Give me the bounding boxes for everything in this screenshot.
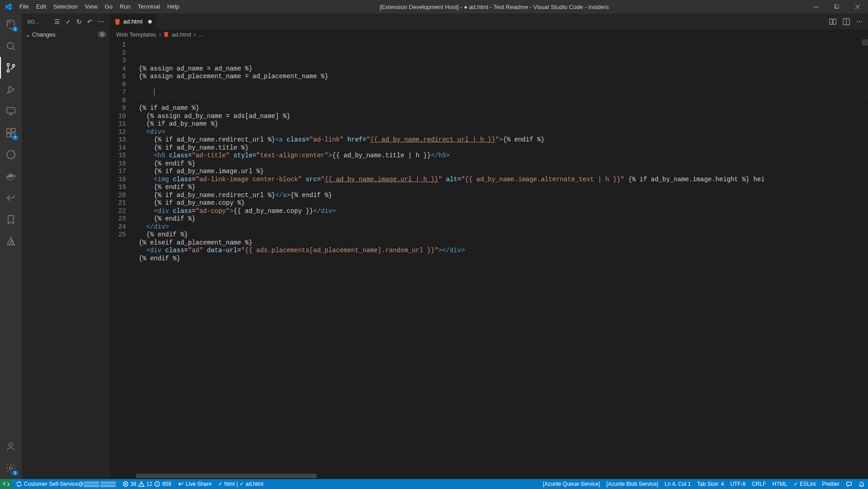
code-line[interactable]: <h5 class="ad-title" style="text-align:c… <box>132 152 868 160</box>
code-line[interactable]: </div> <box>132 223 868 231</box>
code-line[interactable]: <img class="ad-link-image center-block" … <box>132 176 868 184</box>
menu-go[interactable]: Go <box>101 0 116 14</box>
code-line[interactable]: {% if ad_by_name %} <box>132 120 868 128</box>
undo-icon[interactable]: ↶ <box>87 18 93 25</box>
prettier-status[interactable]: Prettier <box>819 479 843 489</box>
bookmarks-tab[interactable] <box>0 209 22 230</box>
refresh-icon[interactable]: ↻ <box>76 18 82 25</box>
menu-help[interactable]: Help <box>163 0 183 14</box>
cursor-position[interactable]: Ln 4, Col 1 <box>662 479 694 489</box>
more-actions-icon[interactable]: ⋯ <box>98 18 104 25</box>
code-line[interactable]: {% if ad_by_name.redirect_url %}</a>{% e… <box>132 192 868 200</box>
compare-changes-icon[interactable] <box>829 18 836 25</box>
run-debug-tab[interactable] <box>0 79 22 100</box>
code-line[interactable]: {% if ad_by_name.redirect_url %}<a class… <box>132 136 868 144</box>
code-line[interactable]: {% endif %} <box>132 160 868 168</box>
minimap-slider[interactable] <box>862 39 868 46</box>
line-number: 14 <box>110 144 126 152</box>
code-line[interactable]: {% endif %} <box>132 231 868 239</box>
live-share-tab[interactable] <box>0 187 22 209</box>
code-line[interactable]: {% if ad_by_name.image.url %} <box>132 168 868 176</box>
code-line[interactable] <box>132 97 868 105</box>
language-mode[interactable]: HTML <box>769 479 790 489</box>
extensions-tab[interactable]: 7 <box>0 122 22 144</box>
code-line[interactable]: {% if ad_by_name.copy %} <box>132 199 868 207</box>
view-as-tree-icon[interactable]: ☰ <box>54 18 60 25</box>
menu-view[interactable]: View <box>81 0 101 14</box>
breadcrumb-symbol[interactable]: ... <box>198 31 203 38</box>
source-control-tab[interactable] <box>0 57 22 79</box>
more-editor-actions-icon[interactable]: ⋯ <box>856 18 863 25</box>
code-line[interactable]: <div class="ad" data-url="{{ ads.placeme… <box>132 247 868 255</box>
language-status[interactable]: ✓ html | ✓ ad.html <box>215 479 266 489</box>
maximize-button[interactable] <box>826 0 847 14</box>
code-line[interactable]: <div class="ad-copy">{{ ad_by_name.copy … <box>132 207 868 216</box>
azurite-blob-status[interactable]: [Azurite Blob Service] <box>603 479 662 489</box>
encoding-status[interactable]: UTF-8 <box>727 479 749 489</box>
code-line[interactable]: {% if ad_by_name.title %} <box>132 144 868 152</box>
code-line[interactable]: {% if ad_name %} <box>132 104 868 113</box>
menu-terminal[interactable]: Terminal <box>134 0 163 14</box>
code-line[interactable] <box>132 89 868 97</box>
close-button[interactable] <box>847 0 868 14</box>
sidebar: SO... ☰ ✓ ↻ ↶ ⋯ ⌄ Changes 0 <box>22 14 110 479</box>
problems-status[interactable]: 38 12 858 <box>119 479 175 489</box>
vscode-logo-icon <box>0 3 16 10</box>
code-line[interactable] <box>132 81 868 89</box>
explorer-tab[interactable]: 1 <box>0 14 22 35</box>
activity-bar: 1 7 <box>0 14 22 479</box>
live-share-status[interactable]: Live Share <box>174 479 215 489</box>
feedback-icon[interactable] <box>843 479 855 489</box>
code-line[interactable]: {% elseif ad_placement_name %} <box>132 239 868 247</box>
svg-rect-8 <box>7 108 15 113</box>
azure-tab[interactable] <box>0 230 22 252</box>
breadcrumb-folder[interactable]: Web Templates <box>116 31 156 38</box>
line-number: 15 <box>110 152 126 160</box>
horizontal-scrollbar[interactable] <box>136 474 317 478</box>
minimize-button[interactable] <box>806 0 826 14</box>
accounts-button[interactable] <box>0 436 22 457</box>
sync-status[interactable]: Customer Self-Service@▒▒▒▒.▒▒▒▒ <box>13 479 119 489</box>
menu-edit[interactable]: Edit <box>33 0 50 14</box>
menu-file[interactable]: File <box>16 0 33 14</box>
code-line[interactable]: {% assign ad_name = ad_name %} <box>132 65 868 73</box>
window-title: [Extension Development Host] - ● ad.html… <box>183 4 806 10</box>
tab-ad-html[interactable]: ad.html <box>110 14 157 29</box>
line-number: 9 <box>110 104 126 113</box>
changes-section[interactable]: ⌄ Changes 0 <box>22 29 110 39</box>
code-line[interactable]: {% endif %} <box>132 183 868 192</box>
menu-run[interactable]: Run <box>116 0 134 14</box>
search-tab[interactable] <box>0 35 22 57</box>
code-content[interactable]: {% assign ad_name = ad_name %}{% assign … <box>132 39 868 479</box>
commit-icon[interactable]: ✓ <box>65 18 71 25</box>
docker-tab[interactable] <box>0 165 22 187</box>
split-editor-icon[interactable] <box>843 18 850 25</box>
remote-explorer-tab[interactable] <box>0 100 22 122</box>
code-line[interactable]: {% assign ad_by_name = ads[ad_name] %} <box>132 113 868 121</box>
line-number: 5 <box>110 73 126 81</box>
code-editor[interactable]: 1234567891011121314151617181920212223242… <box>110 39 868 479</box>
chevron-right-icon: › <box>159 31 161 38</box>
power-platform-tab[interactable] <box>0 144 22 165</box>
line-number: 11 <box>110 120 126 128</box>
code-line[interactable]: {% endif %} <box>132 215 868 223</box>
svg-rect-9 <box>7 129 10 132</box>
code-line[interactable]: {% endif %} <box>132 255 868 263</box>
code-line[interactable]: {% assign ad_placement_name = ad_placeme… <box>132 73 868 81</box>
azurite-queue-status[interactable]: [Azurite Queue Service] <box>540 479 603 489</box>
menu-selection[interactable]: Selection <box>50 0 81 14</box>
eol-status[interactable]: CRLF <box>749 479 769 489</box>
remote-indicator[interactable] <box>0 479 13 489</box>
line-number: 23 <box>110 215 126 223</box>
eslint-status[interactable]: ✓ ESLint <box>790 479 819 489</box>
notifications-icon[interactable] <box>855 479 868 489</box>
settings-button[interactable]: 1 <box>0 457 22 479</box>
breadcrumbs[interactable]: Web Templates › ad.html › ... <box>110 29 868 39</box>
code-line[interactable]: <div> <box>132 128 868 136</box>
indentation-status[interactable]: Tab Size: 4 <box>694 479 727 489</box>
svg-point-15 <box>9 467 12 470</box>
breadcrumb-file[interactable]: ad.html <box>172 31 191 38</box>
line-number: 3 <box>110 57 126 65</box>
chevron-down-icon: ⌄ <box>25 31 30 38</box>
changes-count: 0 <box>98 31 106 38</box>
